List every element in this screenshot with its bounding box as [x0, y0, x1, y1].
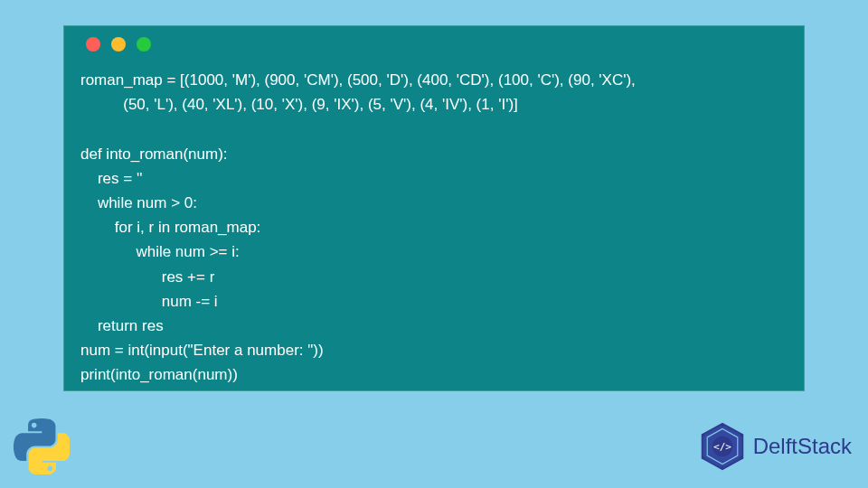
window-controls	[86, 37, 788, 52]
code-line: return res	[80, 317, 164, 334]
minimize-icon	[111, 37, 126, 52]
code-line: res += r	[80, 268, 214, 286]
code-line: res = ''	[80, 170, 142, 187]
code-line: (50, 'L'), (40, 'XL'), (10, 'X'), (9, 'I…	[80, 96, 518, 113]
code-block: roman_map = [(1000, 'M'), (900, 'CM'), (…	[80, 68, 788, 387]
code-line: def into_roman(num):	[80, 145, 228, 163]
brand-name: DelftStack	[753, 434, 852, 459]
code-panel: roman_map = [(1000, 'M'), (900, 'CM'), (…	[63, 25, 805, 391]
svg-point-9	[702, 434, 704, 436]
delftstack-logo-icon: </>	[697, 421, 748, 472]
code-line: print(into_roman(num))	[80, 366, 238, 383]
code-line: while num > 0:	[80, 194, 197, 211]
svg-point-4	[721, 424, 723, 427]
brand: </> DelftStack	[697, 421, 852, 472]
svg-point-8	[702, 456, 704, 459]
code-line: roman_map = [(1000, 'M'), (900, 'CM'), (…	[80, 71, 636, 89]
close-icon	[86, 37, 100, 52]
svg-point-5	[740, 434, 742, 436]
code-line: num = int(input("Enter a number: "))	[80, 342, 324, 359]
svg-point-6	[740, 456, 742, 459]
maximize-icon	[137, 37, 151, 52]
svg-point-7	[721, 466, 723, 469]
code-line: num -= i	[80, 293, 218, 310]
python-logo-icon	[14, 418, 70, 474]
code-line: for i, r in roman_map:	[80, 219, 260, 236]
code-line: while num >= i:	[80, 243, 240, 260]
svg-text:</>: </>	[713, 441, 731, 453]
